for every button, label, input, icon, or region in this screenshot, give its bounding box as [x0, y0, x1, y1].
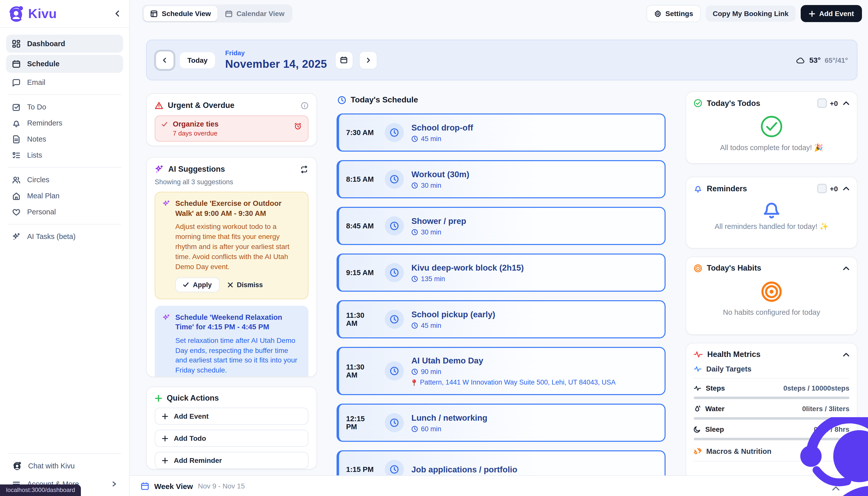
kivu-logo: Kivu [7, 5, 57, 22]
chat-with-kivu-label: Chat with Kivu [28, 462, 75, 470]
steps-progress-bar [694, 397, 849, 399]
event-card[interactable]: 12:15 PM Lunch / networking 60 min [337, 404, 666, 442]
tab-calendar-view[interactable]: Calendar View [218, 6, 291, 21]
schedule-view-icon [150, 10, 158, 17]
event-card[interactable]: 11:30 AM School pickup (early) 45 min [337, 300, 666, 338]
sidebar-collapse-button[interactable] [114, 10, 121, 17]
sidebar-item-ai-tasks[interactable]: AI Tasks (beta) [6, 229, 123, 244]
alarm-clock-icon[interactable] [294, 122, 302, 130]
sidebar-divider [8, 167, 121, 168]
home-icon [12, 191, 20, 200]
clock-badge-icon [385, 263, 404, 282]
clock-badge-icon [385, 216, 404, 235]
settings-button[interactable]: Settings [646, 5, 700, 22]
tab-schedule-view[interactable]: Schedule View [144, 6, 217, 21]
chevron-up-icon[interactable] [843, 352, 849, 357]
overdue-item-status: 7 days overdue [173, 129, 289, 137]
sparkles-icon [12, 232, 20, 241]
date-picker-button[interactable] [335, 51, 353, 69]
sidebar-item-schedule[interactable]: Schedule [6, 55, 123, 73]
temperature-range: 65°/41° [825, 56, 848, 64]
sidebar-item-circles[interactable]: Circles [6, 172, 123, 187]
weather-widget: 53° 65°/41° [796, 56, 848, 64]
week-view-footer[interactable]: Week View Nov 9 - Nov 15 [130, 476, 868, 496]
sidebar-item-personal[interactable]: Personal [6, 204, 123, 219]
check-icon[interactable] [161, 121, 168, 127]
calendar-icon [141, 482, 149, 490]
todos-count-badge[interactable]: +0 [817, 98, 838, 108]
target-icon [694, 264, 702, 272]
add-event-label: Add Event [819, 10, 854, 18]
users-icon [12, 175, 20, 184]
todays-habits-card: Today's Habits No habits configured for … [686, 257, 857, 335]
reminders-count-badge[interactable]: +0 [817, 184, 838, 193]
event-card[interactable]: 7:30 AM School drop-off 45 min [337, 113, 666, 152]
chevron-right-icon [111, 481, 117, 487]
event-duration: 30 min [421, 182, 441, 189]
today-button[interactable]: Today [180, 52, 215, 68]
sidebar-item-notes[interactable]: Notes [6, 131, 123, 146]
metric-value: 0liters / 3liters [802, 405, 849, 413]
kivu-chat-icon [12, 461, 21, 471]
event-card[interactable]: 9:15 AM Kivu deep-work block (2h15) 135 … [337, 253, 666, 292]
sidebar-item-label: Meal Plan [27, 192, 60, 200]
sidebar-item-label: Lists [27, 151, 42, 159]
dumbbell-icon [694, 447, 702, 455]
chevron-up-icon[interactable] [843, 101, 849, 105]
event-card[interactable]: 1:15 PM Job applications / portfolio [337, 450, 666, 476]
events-list: 7:30 AM School drop-off 45 min 8:15 AM W… [337, 113, 666, 476]
sidebar-divider [8, 224, 121, 224]
event-card[interactable]: 8:45 AM Shower / prep 30 min [337, 207, 666, 245]
sidebar-item-reminders[interactable]: Reminders [6, 115, 123, 130]
event-card[interactable]: 11:30 AM AI Utah Demo Day 90 min Pattern… [337, 347, 666, 395]
sidebar-item-email[interactable]: Email [6, 75, 123, 90]
chat-with-kivu-button[interactable]: Chat with Kivu [6, 457, 123, 475]
quick-add-reminder-button[interactable]: Add Reminder [155, 452, 308, 469]
prev-day-button[interactable] [156, 51, 174, 69]
info-icon[interactable] [301, 102, 308, 109]
sidebar: Kivu Dashboard Schedule [0, 0, 130, 496]
sidebar-item-meal-plan[interactable]: Meal Plan [6, 188, 123, 203]
event-time: 12:15 PM [346, 415, 377, 431]
sidebar-item-label: Notes [27, 135, 46, 143]
event-card[interactable]: 8:15 AM Workout (30m) 30 min [337, 160, 666, 198]
copy-booking-link-button[interactable]: Copy My Booking Link [706, 5, 796, 21]
metric-steps: Steps 0steps / 10000steps [694, 384, 849, 399]
ai-suggestions-title: AI Suggestions [168, 165, 225, 174]
sidebar-item-dashboard[interactable]: Dashboard [6, 35, 123, 53]
overdue-item[interactable]: Organize ties 7 days overdue [155, 115, 308, 142]
pulse-icon [694, 366, 702, 372]
week-range-label: Nov 9 - Nov 15 [198, 482, 245, 490]
quick-action-label: Add Event [174, 412, 209, 420]
schedule-title: Today's Schedule [351, 95, 418, 105]
clock-badge-icon [385, 310, 404, 329]
sidebar-item-label: Schedule [27, 60, 60, 68]
quick-add-todo-button[interactable]: Add Todo [155, 430, 308, 447]
reminders-card: Reminders +0 All reminders handled for t… [686, 177, 857, 248]
chevron-up-icon[interactable] [843, 266, 849, 270]
document-icon [12, 135, 20, 143]
big-check-circle-icon [694, 115, 849, 138]
plus-icon [809, 10, 815, 17]
apply-label: Apply [193, 281, 212, 289]
next-day-button[interactable] [359, 51, 377, 69]
sidebar-item-todo[interactable]: To Do [6, 99, 123, 114]
calendar-icon [12, 60, 20, 68]
temperature-now: 53° [809, 56, 821, 64]
chevron-up-icon[interactable] [843, 186, 849, 191]
refresh-icon[interactable] [300, 166, 308, 173]
clock-icon [337, 96, 346, 104]
quick-add-event-button[interactable]: Add Event [155, 408, 308, 425]
bell-icon [12, 119, 20, 127]
chat-bubble-icon [12, 78, 20, 87]
plus-icon [155, 394, 162, 402]
apply-button[interactable]: Apply [175, 277, 219, 292]
sidebar-item-lists[interactable]: Lists [6, 148, 123, 162]
event-time: 8:45 AM [346, 222, 377, 230]
kivu-chat-mascot-icon[interactable] [797, 417, 868, 496]
dismiss-button[interactable]: Dismiss [227, 281, 263, 289]
event-time: 9:15 AM [346, 268, 377, 277]
checkbox-icon [817, 184, 827, 193]
quick-actions-card: Quick Actions Add Event Add Todo Add Rem… [146, 387, 317, 469]
add-event-button[interactable]: Add Event [801, 5, 862, 22]
